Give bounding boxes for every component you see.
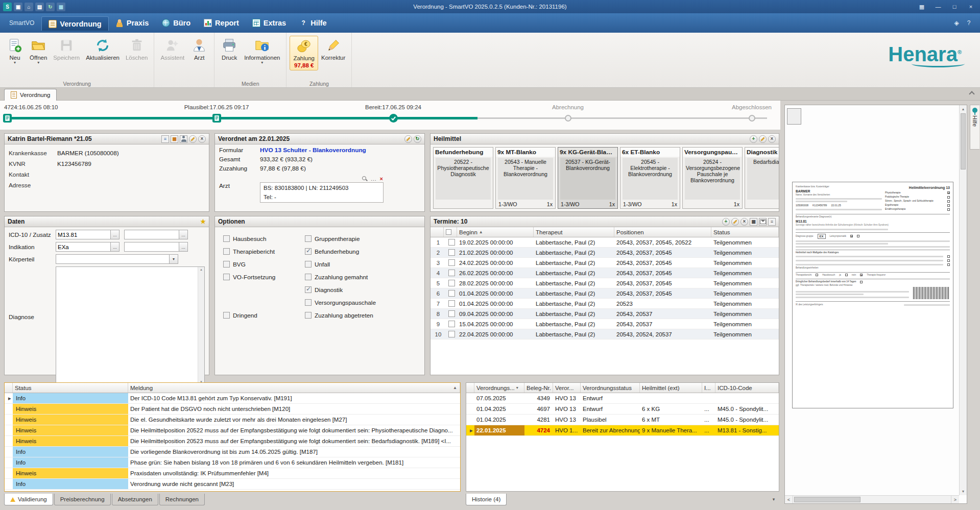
preview-horizontal-scrollbar[interactable]: < > bbox=[785, 495, 959, 503]
open-button[interactable]: Öffnen ▾ bbox=[27, 36, 50, 65]
scrollbar-thumb[interactable] bbox=[794, 497, 861, 502]
checkbox[interactable] bbox=[305, 286, 312, 293]
historie-row[interactable]: 07.05.2025 4349 HVO 13 Entwurf bbox=[466, 393, 779, 404]
heilmittel-card[interactable]: 6x ET-Blanko 20545 - Elektrotherapie - B… bbox=[620, 147, 680, 209]
option-checkbox-right[interactable]: Zuzahlung gemahnt bbox=[305, 274, 422, 281]
column-status[interactable]: Status bbox=[711, 227, 779, 237]
checkbox[interactable] bbox=[305, 299, 312, 306]
checkbox[interactable] bbox=[223, 274, 230, 280]
collapse-ribbon-icon[interactable] bbox=[969, 91, 974, 96]
termin-row[interactable]: 1 19.02.2025 00:00:00 Labbertasche, Paul… bbox=[431, 237, 779, 248]
checkbox[interactable] bbox=[223, 312, 230, 319]
textarea-scrollbar[interactable]: ▲▼ bbox=[198, 267, 204, 384]
refresh-button[interactable]: Aktualisieren bbox=[83, 36, 123, 62]
sparkle-icon[interactable]: ◈ bbox=[952, 19, 961, 27]
icd-browse-button[interactable]: ... bbox=[111, 230, 119, 239]
option-checkbox-left[interactable]: BVG bbox=[223, 261, 305, 268]
edit-icon[interactable] bbox=[759, 135, 767, 143]
menu-tab[interactable]: Büro bbox=[155, 15, 197, 31]
close-button[interactable]: × bbox=[963, 0, 979, 13]
delete-button[interactable]: Löschen bbox=[123, 36, 151, 62]
payment-button[interactable]: € Zahlung 97,88 € bbox=[290, 36, 318, 70]
option-checkbox-left[interactable]: VO-Fortsetzung bbox=[223, 274, 305, 281]
close-icon[interactable]: × bbox=[740, 218, 748, 226]
checkbox[interactable] bbox=[305, 274, 312, 280]
menu-tab[interactable]: Report bbox=[197, 15, 246, 31]
validation-row[interactable]: Info Verordnung wurde nicht gescannt [M2… bbox=[5, 479, 460, 490]
preview-form-page[interactable]: Krankenkasse bzw. Kostenträger BARMER Na… bbox=[792, 182, 953, 408]
koerperteil-select[interactable]: ▾ bbox=[56, 254, 178, 264]
bottom-tab[interactable]: Rechnungen bbox=[159, 494, 205, 505]
checkbox[interactable] bbox=[448, 249, 455, 256]
indikation-browse-button[interactable]: ... bbox=[111, 242, 119, 252]
checkbox[interactable] bbox=[448, 239, 455, 246]
clear-icon[interactable]: × bbox=[380, 175, 383, 183]
indikation-input[interactable] bbox=[56, 242, 111, 252]
search-icon[interactable] bbox=[362, 176, 368, 182]
indikation2-browse-button[interactable]: ... bbox=[179, 242, 188, 252]
edit-icon[interactable] bbox=[189, 135, 197, 143]
checkbox[interactable] bbox=[448, 321, 455, 327]
termin-row[interactable]: 6 01.04.2025 00:00:00 Labbertasche, Paul… bbox=[431, 288, 779, 299]
option-checkbox-right[interactable]: Unfall bbox=[305, 261, 422, 268]
validation-row[interactable]: Hinweis Die Heilmittelposition 20522 mus… bbox=[5, 425, 460, 436]
option-checkbox-right[interactable]: Befunderhebung bbox=[305, 248, 422, 255]
option-checkbox-right[interactable]: Versorgungspauschale bbox=[305, 299, 422, 306]
checkbox[interactable] bbox=[448, 310, 455, 317]
historie-dropdown-icon[interactable]: ▾ bbox=[769, 495, 778, 504]
save-button[interactable]: Speichern bbox=[50, 36, 83, 62]
close-icon[interactable]: × bbox=[198, 135, 206, 143]
edit-icon[interactable] bbox=[404, 135, 412, 143]
checkbox[interactable] bbox=[223, 235, 230, 242]
column-icd[interactable]: ICD-10-Code bbox=[715, 383, 779, 393]
bottom-tab[interactable]: Validierung bbox=[4, 494, 53, 505]
person-icon[interactable] bbox=[180, 135, 187, 143]
option-checkbox-right[interactable]: Diagnostik bbox=[305, 286, 422, 294]
add-icon[interactable]: + bbox=[722, 218, 730, 226]
mail-icon[interactable] bbox=[759, 218, 767, 226]
termin-row[interactable]: 5 28.02.2025 00:00:00 Labbertasche, Paul… bbox=[431, 278, 779, 288]
validation-row[interactable]: Info Die vorliegende Blankoverordnung is… bbox=[5, 447, 460, 457]
print-button[interactable]: Druck bbox=[218, 36, 241, 62]
page-previous-button[interactable]: < bbox=[785, 496, 793, 503]
close-icon[interactable]: × bbox=[768, 135, 776, 143]
heilmittel-card[interactable]: 9x KG-Gerät-Blanko 20537 - KG-Gerät-Blan… bbox=[558, 147, 618, 209]
validation-row[interactable]: Hinweis Praxisdaten unvollständig: IK Pr… bbox=[5, 468, 460, 479]
scrollbar-thumb[interactable] bbox=[961, 113, 966, 169]
patient-record-icon[interactable]: ≡ bbox=[161, 135, 169, 143]
checkbox[interactable] bbox=[448, 270, 455, 276]
more-icon[interactable]: ... bbox=[371, 175, 376, 183]
column-beleg-nr[interactable]: Beleg-Nr. bbox=[524, 383, 553, 393]
document-tab-verordnung[interactable]: Verordnung bbox=[4, 89, 57, 101]
assistant-button[interactable]: Assistent bbox=[157, 36, 187, 62]
option-checkbox-left[interactable]: Hausbesuch bbox=[223, 235, 305, 242]
insurance-card-icon[interactable]: ▦ bbox=[171, 135, 178, 143]
checkbox[interactable] bbox=[448, 300, 455, 307]
checkbox[interactable] bbox=[448, 331, 455, 337]
heilmittel-card[interactable]: Befunderhebung 20522 - Physiotherapeutis… bbox=[433, 147, 493, 209]
refresh-icon[interactable]: ↻ bbox=[46, 3, 55, 11]
checkbox[interactable] bbox=[305, 248, 312, 255]
menu-tab[interactable]: Hilfe bbox=[293, 15, 333, 31]
termin-row[interactable]: 2 21.02.2025 00:00:00 Labbertasche, Paul… bbox=[431, 248, 779, 258]
grid-icon[interactable]: ▦ bbox=[57, 3, 65, 11]
termin-row[interactable]: 10 22.04.2025 00:00:00 Labbertasche, Pau… bbox=[431, 329, 779, 339]
header-checkbox[interactable] bbox=[444, 227, 457, 237]
validation-row[interactable]: ▸ Info Der ICD-10 Code M13.81 gehört zum… bbox=[5, 393, 460, 404]
validation-row[interactable]: Hinweis Die el. Gesundheitskarte wurde z… bbox=[5, 415, 460, 425]
checkbox[interactable] bbox=[305, 235, 312, 242]
minimize-button[interactable]: — bbox=[930, 0, 946, 13]
column-positionen[interactable]: Positionen bbox=[614, 227, 711, 237]
preview-vertical-scrollbar[interactable]: ▲ ▼ bbox=[959, 105, 967, 495]
column-i[interactable]: I... bbox=[702, 383, 715, 393]
validation-row[interactable]: Info Phase grün: Sie haben bislang 18 vo… bbox=[5, 457, 460, 468]
refresh-icon[interactable]: ↻ bbox=[414, 135, 421, 143]
validation-row[interactable]: Hinweis Der Patient hat die DSGVO noch n… bbox=[5, 404, 460, 415]
doctor-button[interactable]: Arzt bbox=[187, 36, 211, 62]
list-view-icon[interactable]: ≡ bbox=[768, 218, 776, 226]
checkbox[interactable] bbox=[448, 280, 455, 286]
sort-asc-icon[interactable]: ▲ bbox=[451, 383, 457, 393]
monitor-icon[interactable]: ▣ bbox=[14, 3, 22, 11]
column-heilmittel[interactable]: Heilmittel (ext) bbox=[640, 383, 702, 393]
home-icon[interactable]: ⌂ bbox=[25, 3, 33, 11]
